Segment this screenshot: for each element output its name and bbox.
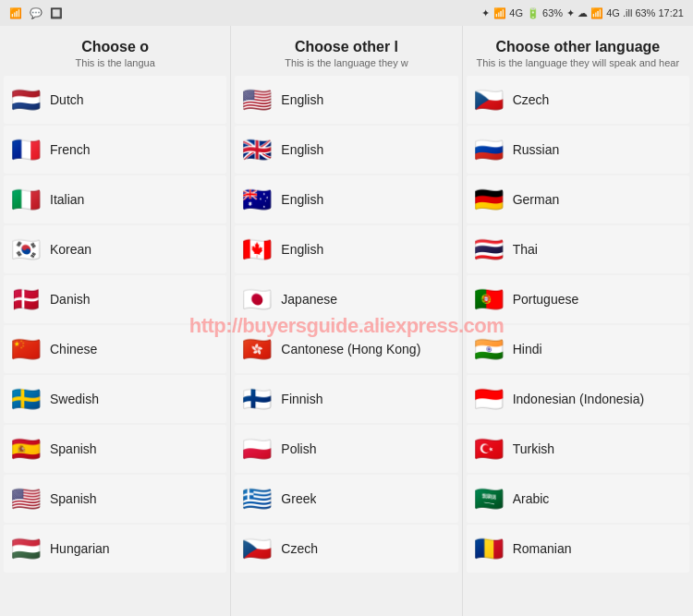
- list-item[interactable]: 🇵🇹 Portuguese: [467, 275, 689, 323]
- flag-hu: 🇭🇺: [9, 532, 43, 565]
- column-1-subtitle: This is the langua: [7, 57, 223, 68]
- status-left: 📶 💬 🔲: [9, 7, 63, 19]
- list-item[interactable]: 🇩🇰 Danish: [4, 275, 226, 323]
- list-item[interactable]: 🇨🇦 English: [235, 225, 457, 273]
- flag-de: 🇩🇪: [472, 183, 505, 216]
- column-3-subtitle: This is the language they will speak and…: [470, 57, 686, 68]
- flag-au: 🇦🇺: [240, 183, 274, 216]
- lang-hindi: Hindi: [513, 342, 542, 356]
- column-1-header: Choose o This is the langua: [4, 33, 226, 72]
- lang-german: German: [513, 192, 560, 207]
- lang-romanian: Romanian: [513, 541, 572, 556]
- lang-spanish2: Spanish: [50, 491, 97, 506]
- main-content: Choose o This is the langua 🇳🇱 Dutch 🇫🇷 …: [0, 26, 693, 616]
- flag-ru: 🇷🇺: [472, 133, 505, 166]
- lang-finnish: Finnish: [281, 392, 322, 406]
- list-item[interactable]: 🇮🇹 Italian: [4, 175, 226, 223]
- list-item[interactable]: 🇪🇸 Spanish: [4, 425, 226, 473]
- status-bar: 📶 💬 🔲 ✦ 📶 4G 🔋 63% ✦ ☁ 📶 4G .ill 63% 17:…: [0, 0, 693, 26]
- column-3: Choose other language This is the langua…: [463, 26, 693, 616]
- screen-icon: 🔲: [50, 7, 63, 19]
- lang-swedish: Swedish: [50, 392, 99, 406]
- flag-cz-col2: 🇨🇿: [240, 532, 274, 565]
- list-item[interactable]: 🇭🇰 Cantonese (Hong Kong): [235, 325, 457, 373]
- lang-spanish1: Spanish: [50, 441, 97, 456]
- signal-icon: 📶: [9, 7, 22, 19]
- flag-hk: 🇭🇰: [240, 332, 274, 366]
- lang-dutch: Dutch: [50, 92, 84, 107]
- lang-arabic: Arabic: [513, 491, 550, 506]
- lang-hungarian: Hungarian: [50, 541, 110, 556]
- list-item[interactable]: 🇭🇺 Hungarian: [4, 525, 226, 573]
- flag-uk: 🇬🇧: [240, 133, 274, 166]
- lang-thai: Thai: [513, 242, 538, 257]
- flag-nl: 🇳🇱: [9, 83, 43, 116]
- column-2-subtitle: This is the language they w: [238, 57, 454, 68]
- flag-sa: 🇸🇦: [472, 482, 505, 515]
- signal-bars: 📶 4G: [493, 7, 523, 19]
- bluetooth-icon: ✦: [481, 7, 490, 19]
- column-1: Choose o This is the langua 🇳🇱 Dutch 🇫🇷 …: [0, 26, 231, 616]
- list-item[interactable]: 🇺🇸 Spanish: [4, 475, 226, 523]
- flag-ro: 🇷🇴: [472, 532, 505, 565]
- list-item[interactable]: 🇦🇺 English: [235, 175, 457, 223]
- list-item[interactable]: 🇬🇧 English: [235, 126, 457, 174]
- lang-korean: Korean: [50, 242, 91, 257]
- flag-cn: 🇨🇳: [9, 332, 43, 366]
- flag-es2: 🇺🇸: [9, 482, 43, 515]
- lang-turkish: Turkish: [513, 441, 554, 456]
- column-1-title: Choose o: [7, 39, 223, 55]
- list-item[interactable]: 🇳🇱 Dutch: [4, 76, 226, 124]
- lang-portuguese: Portuguese: [513, 292, 579, 307]
- flag-ca: 🇨🇦: [240, 233, 274, 266]
- flag-tr: 🇹🇷: [472, 432, 505, 465]
- flag-dk: 🇩🇰: [9, 283, 43, 316]
- list-item[interactable]: 🇹🇷 Turkish: [467, 425, 689, 473]
- lang-english-ca: English: [281, 242, 323, 257]
- list-item[interactable]: 🇮🇳 Hindi: [467, 325, 689, 373]
- column-2: Choose other l This is the language they…: [231, 26, 462, 616]
- list-item[interactable]: 🇬🇷 Greek: [235, 475, 457, 523]
- lang-polish: Polish: [281, 441, 316, 456]
- list-item[interactable]: 🇨🇳 Chinese: [4, 325, 226, 373]
- list-item[interactable]: 🇨🇿 Czech: [235, 525, 457, 573]
- column-2-header: Choose other l This is the language they…: [235, 33, 457, 72]
- list-item[interactable]: 🇩🇪 German: [467, 175, 689, 223]
- flag-us: 🇺🇸: [240, 83, 274, 116]
- lang-indonesian: Indonesian (Indonesia): [513, 392, 644, 406]
- column-2-title: Choose other l: [238, 39, 454, 55]
- list-item[interactable]: 🇸🇦 Arabic: [467, 475, 689, 523]
- lang-italian: Italian: [50, 192, 84, 207]
- flag-pt: 🇵🇹: [472, 283, 505, 316]
- flag-th: 🇹🇭: [472, 233, 505, 266]
- flag-fi: 🇫🇮: [240, 382, 274, 416]
- list-item[interactable]: 🇹🇭 Thai: [467, 225, 689, 273]
- flag-kr: 🇰🇷: [9, 233, 43, 266]
- lang-chinese: Chinese: [50, 342, 97, 356]
- column-3-header: Choose other language This is the langua…: [467, 33, 689, 72]
- list-item[interactable]: 🇵🇱 Polish: [235, 425, 457, 473]
- flag-cz-right: 🇨🇿: [472, 83, 505, 116]
- list-item[interactable]: 🇫🇮 Finnish: [235, 375, 457, 423]
- flag-se: 🇸🇪: [9, 382, 43, 416]
- lang-cantonese: Cantonese (Hong Kong): [281, 342, 420, 356]
- list-item[interactable]: 🇰🇷 Korean: [4, 225, 226, 273]
- lang-russian: Russian: [513, 142, 560, 157]
- lang-czech-col2: Czech: [281, 541, 318, 556]
- list-item[interactable]: 🇫🇷 French: [4, 126, 226, 174]
- battery-icon: 🔋 63%: [527, 7, 563, 19]
- message-icon: 💬: [30, 7, 43, 19]
- time: ✦ ☁ 📶 4G .ill 63% 17:21: [566, 7, 684, 19]
- list-item[interactable]: 🇨🇿 Czech: [467, 76, 689, 124]
- lang-french: French: [50, 142, 91, 157]
- list-item[interactable]: 🇷🇺 Russian: [467, 126, 689, 174]
- flag-id: 🇮🇩: [472, 382, 505, 416]
- list-item[interactable]: 🇷🇴 Romanian: [467, 525, 689, 573]
- list-item[interactable]: 🇸🇪 Swedish: [4, 375, 226, 423]
- column-3-title: Choose other language: [470, 39, 686, 55]
- lang-danish: Danish: [50, 292, 91, 307]
- list-item[interactable]: 🇮🇩 Indonesian (Indonesia): [467, 375, 689, 423]
- list-item[interactable]: 🇯🇵 Japanese: [235, 275, 457, 323]
- lang-greek: Greek: [281, 491, 316, 506]
- list-item[interactable]: 🇺🇸 English: [235, 76, 457, 124]
